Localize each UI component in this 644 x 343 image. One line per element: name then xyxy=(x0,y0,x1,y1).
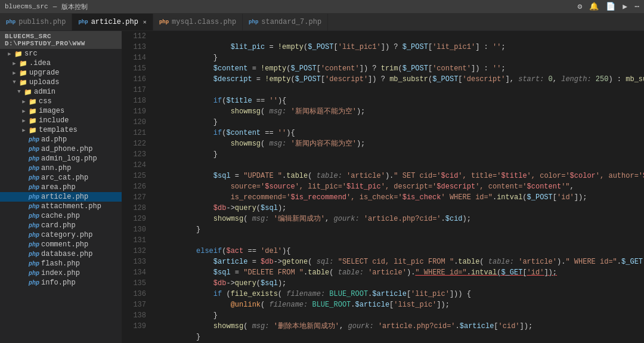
sidebar-label-flash-php: flash.php xyxy=(41,259,80,268)
sidebar-label-admin: admin xyxy=(34,88,55,96)
php-file-icon: php xyxy=(29,175,39,181)
php-file-icon: php xyxy=(29,194,39,200)
sidebar-item-category-php[interactable]: php category.php xyxy=(0,230,122,240)
tab-close-button[interactable]: ✕ xyxy=(143,18,147,26)
play-icon[interactable]: ▶ xyxy=(623,2,627,11)
code-line-130 xyxy=(153,224,644,235)
php-file-icon: php xyxy=(29,184,39,191)
sidebar-item-css[interactable]: ▶ 📁 css xyxy=(0,97,122,106)
sidebar-label-css: css xyxy=(39,97,52,106)
tab-publish[interactable]: php publish.php xyxy=(0,14,72,30)
sidebar-item-arc-cat-php[interactable]: php arc_cat.php xyxy=(0,173,122,183)
sidebar-item-index-php[interactable]: php index.php xyxy=(0,268,122,278)
line-num-113: 113 xyxy=(127,42,146,52)
sidebar-label-ad-phone-php: ad_phone.php xyxy=(41,145,92,153)
line-num-124: 124 xyxy=(127,160,146,171)
line-numbers: 112 113 114 115 116 117 118 119 120 121 … xyxy=(122,31,151,332)
sidebar-item-templates[interactable]: ▶ 📁 templates xyxy=(0,125,122,135)
arrow-icon: ▶ xyxy=(10,70,19,76)
line-num-131: 131 xyxy=(127,235,146,246)
line-num-117: 117 xyxy=(127,85,146,95)
sidebar-item-idea[interactable]: ▶ 📁 .idea xyxy=(0,58,122,68)
php-badge: php xyxy=(6,19,16,25)
php-file-icon: php xyxy=(29,270,39,277)
sidebar-item-ad-phone-php[interactable]: php ad_phone.php xyxy=(0,144,122,154)
sidebar-item-upgrade[interactable]: ▶ 📁 upgrade xyxy=(0,68,122,78)
php-badge-mysql: php xyxy=(159,19,169,25)
line-num-114: 114 xyxy=(127,52,146,63)
main-layout: bluecms_src D:\phpstudy_pro\WWW ▶ 📁 src … xyxy=(0,31,644,343)
sidebar[interactable]: bluecms_src D:\phpstudy_pro\WWW ▶ 📁 src … xyxy=(0,31,122,343)
sidebar-item-comment-php[interactable]: php comment.php xyxy=(0,240,122,249)
sidebar-label-attachment-php: attachment.php xyxy=(41,202,101,211)
folder-icon: 📁 xyxy=(19,69,27,77)
code-line-138: showmsg( msg: '删除本地新闻成功', gourk: 'articl… xyxy=(153,310,644,321)
php-file-icon: php xyxy=(29,232,39,239)
sidebar-label-arc-cat-php: arc_cat.php xyxy=(41,174,88,182)
code-line-123 xyxy=(153,149,644,160)
line-num-137: 137 xyxy=(127,299,146,310)
tab-standard[interactable]: php standard_7.php xyxy=(243,14,328,30)
sidebar-item-article-php[interactable]: php article.php xyxy=(0,192,122,202)
folder-icon: 📁 xyxy=(19,79,27,86)
sidebar-item-uploads[interactable]: ▼ 📁 uploads xyxy=(0,78,122,87)
tab-article[interactable]: php article.php ✕ xyxy=(72,14,153,30)
sidebar-label-templates: templates xyxy=(39,126,78,134)
line-num-128: 128 xyxy=(127,203,146,214)
editor-area[interactable]: 112 113 114 115 116 117 118 119 120 121 … xyxy=(122,31,644,343)
sidebar-label-article-php: article.php xyxy=(41,193,88,201)
line-num-132: 132 xyxy=(127,246,146,257)
sidebar-label-ad-php: ad.php xyxy=(41,135,67,144)
line-num-133: 133 xyxy=(127,257,146,267)
code-line-124: $sql = "UPDATE ".table( table: 'article'… xyxy=(153,160,644,171)
sidebar-label-upgrade: upgrade xyxy=(29,69,59,77)
sidebar-label-ann-php: ann.php xyxy=(41,164,71,172)
line-num-129: 129 xyxy=(127,214,146,224)
sidebar-label-area-php: area.php xyxy=(41,183,76,191)
line-num-120: 120 xyxy=(127,117,146,128)
line-num-138: 138 xyxy=(127,310,146,321)
code-lines: $lit_pic = !empty($_POST['lit_pic1']) ? … xyxy=(151,31,644,332)
code-container: 112 113 114 115 116 117 118 119 120 121 … xyxy=(122,31,644,332)
sidebar-item-admin[interactable]: ▼ 📁 admin xyxy=(0,87,122,97)
folder-icon: 📁 xyxy=(29,98,37,106)
line-num-134: 134 xyxy=(127,267,146,278)
tab-bar: php publish.php php article.php ✕ php my… xyxy=(0,13,644,31)
sidebar-item-card-php[interactable]: php card.php xyxy=(0,221,122,230)
gear-icon[interactable]: ⚙ xyxy=(578,2,583,11)
code-line-112: $lit_pic = !empty($_POST['lit_pic1']) ? … xyxy=(153,31,644,42)
version-control-label: 版本控制 xyxy=(61,2,88,11)
sidebar-label-src: src xyxy=(24,50,38,58)
project-title: bluecms_src xyxy=(5,3,48,10)
sidebar-item-admin-log-php[interactable]: php admin_log.php xyxy=(0,154,122,163)
sidebar-item-include[interactable]: ▶ 📁 include xyxy=(0,116,122,125)
sidebar-item-attachment-php[interactable]: php attachment.php xyxy=(0,202,122,211)
tab-article-label: article.php xyxy=(91,18,138,26)
code-line-120: if($content == ''){ xyxy=(153,117,644,128)
tab-mysql-label: mysql.class.php xyxy=(172,18,236,26)
sidebar-item-area-php[interactable]: php area.php xyxy=(0,183,122,192)
sidebar-item-src[interactable]: ▶ 📁 src xyxy=(0,49,122,58)
sidebar-item-ad-php[interactable]: php ad.php xyxy=(0,135,122,144)
php-file-icon: php xyxy=(29,251,39,258)
sidebar-item-database-php[interactable]: php database.php xyxy=(0,249,122,259)
sidebar-item-ann-php[interactable]: php ann.php xyxy=(0,163,122,173)
sidebar-label-idea: .idea xyxy=(29,59,51,67)
line-num-118: 118 xyxy=(127,95,146,106)
line-num-115: 115 xyxy=(127,63,146,74)
sidebar-label-uploads: uploads xyxy=(29,78,59,86)
line-num-123: 123 xyxy=(127,149,146,160)
php-file-icon: php xyxy=(29,156,39,162)
sidebar-item-flash-php[interactable]: php flash.php xyxy=(0,259,122,268)
sidebar-label-card-php: card.php xyxy=(41,221,76,230)
bell-icon[interactable]: 🔔 xyxy=(589,2,599,11)
more-icon[interactable]: ⋯ xyxy=(634,2,639,11)
sidebar-item-images[interactable]: ▶ 📁 images xyxy=(0,106,122,116)
arrow-icon: ▼ xyxy=(10,79,19,85)
folder-icon: 📁 xyxy=(29,107,37,115)
sidebar-label-comment-php: comment.php xyxy=(41,240,88,249)
sidebar-item-cache-php[interactable]: php cache.php xyxy=(0,211,122,221)
sidebar-item-info-php[interactable]: php info.php xyxy=(0,278,122,288)
tab-mysql[interactable]: php mysql.class.php xyxy=(153,14,243,30)
file-icon[interactable]: 📄 xyxy=(606,2,615,11)
